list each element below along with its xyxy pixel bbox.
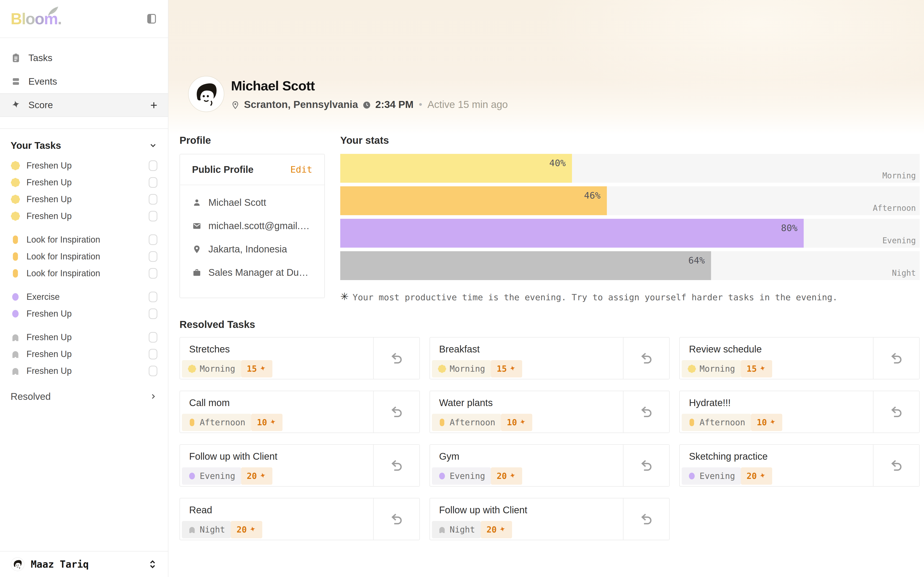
sidebar-task-item[interactable]: Freshen Up — [0, 157, 168, 174]
sidebar-task-item[interactable]: Freshen Up — [0, 363, 168, 379]
sidebar-task-item[interactable]: Exercise — [0, 288, 168, 305]
undo-resolve-button[interactable] — [623, 391, 669, 432]
evening-icon — [688, 472, 696, 480]
task-checkbox[interactable] — [149, 251, 157, 262]
morning-icon — [11, 178, 20, 187]
sparkle-icon — [769, 419, 777, 426]
undo-resolve-button[interactable] — [373, 391, 419, 432]
briefcase-icon — [192, 268, 202, 277]
task-label: Freshen Up — [26, 211, 142, 221]
sidebar-task-item[interactable]: Freshen Up — [0, 174, 168, 191]
stats-bar-category: Morning — [882, 171, 916, 180]
task-checkbox[interactable] — [149, 349, 157, 359]
profile-field-value: Sales Manager at Dunder… — [208, 267, 312, 278]
sparkle-icon — [259, 472, 267, 480]
sparkle-icon — [499, 526, 506, 533]
leaf-icon — [45, 3, 61, 19]
chevron-down-icon[interactable] — [149, 141, 157, 150]
points-badge: 15 — [741, 360, 772, 377]
task-checkbox[interactable] — [149, 234, 157, 245]
local-time: 2:34 PM — [375, 99, 414, 110]
period-badge: Night — [432, 521, 481, 538]
edit-profile-button[interactable]: Edit — [290, 164, 312, 175]
points-badge: 15 — [241, 360, 272, 377]
sidebar: Bloom. Tasks Events Score + Your Tasks F… — [0, 0, 168, 577]
sidebar-item-events[interactable]: Events — [0, 70, 168, 93]
task-checkbox[interactable] — [149, 194, 157, 205]
sidebar-task-item[interactable]: Look for Inspiration — [0, 231, 168, 248]
task-checkbox[interactable] — [149, 211, 157, 221]
task-group: Look for Inspiration Look for Inspiratio… — [0, 231, 168, 282]
undo-resolve-button[interactable] — [623, 498, 669, 540]
sidebar-item-resolved[interactable]: Resolved — [0, 388, 168, 405]
morning-icon — [11, 161, 20, 171]
profile-field: michael.scott@gmail.com — [192, 221, 312, 231]
resolved-task-card: Gym Evening 20 — [430, 444, 670, 487]
stats-chart: 40% Morning 46% Afternoon 80% Evening 64… — [340, 154, 920, 280]
period-badge: Afternoon — [682, 414, 751, 431]
undo-resolve-button[interactable] — [873, 391, 919, 432]
task-checkbox[interactable] — [149, 160, 157, 171]
undo-resolve-button[interactable] — [623, 445, 669, 486]
dot-separator: • — [418, 99, 423, 110]
undo-resolve-button[interactable] — [373, 445, 419, 486]
period-badge: Morning — [182, 360, 241, 377]
profile-field-value: michael.scott@gmail.com — [208, 221, 312, 231]
user-menu[interactable]: Maaz Tariq — [0, 551, 168, 577]
sidebar-item-score[interactable]: Score + — [0, 93, 168, 117]
sparkle-icon — [11, 100, 21, 110]
asterisk-icon: ✳ — [340, 291, 349, 302]
sidebar-task-item[interactable]: Freshen Up — [0, 346, 168, 363]
resolved-task-title: Sketching practice — [689, 451, 767, 462]
profile-card: Public Profile Edit Michael Scott michae… — [179, 154, 325, 298]
undo-resolve-button[interactable] — [623, 338, 669, 379]
night-icon — [11, 332, 20, 342]
task-checkbox[interactable] — [149, 268, 157, 279]
task-checkbox[interactable] — [149, 177, 157, 188]
chevron-up-down-icon — [148, 559, 157, 569]
task-checkbox[interactable] — [149, 366, 157, 376]
sidebar-task-item[interactable]: Look for Inspiration — [0, 248, 168, 265]
task-checkbox[interactable] — [149, 292, 157, 302]
points-badge: 20 — [481, 521, 512, 538]
resolved-task-card: Sketching practice Evening 20 — [679, 444, 920, 487]
period-badge: Morning — [432, 360, 491, 377]
afternoon-icon — [188, 418, 196, 427]
night-icon — [11, 366, 20, 376]
sidebar-toggle-icon[interactable] — [146, 12, 157, 25]
undo-resolve-button[interactable] — [373, 498, 419, 540]
clipboard-icon — [11, 53, 21, 63]
undo-resolve-button[interactable] — [873, 338, 919, 379]
sidebar-task-item[interactable]: Freshen Up — [0, 305, 168, 322]
add-score-button[interactable]: + — [150, 99, 157, 111]
resolved-task-card: Read Night 20 — [179, 498, 420, 540]
sidebar-task-item[interactable]: Look for Inspiration — [0, 265, 168, 282]
sidebar-task-item[interactable]: Freshen Up — [0, 329, 168, 346]
task-checkbox[interactable] — [149, 332, 157, 343]
resolved-task-title: Call mom — [189, 397, 230, 408]
morning-icon — [688, 364, 696, 373]
sparkle-icon — [259, 365, 267, 372]
page-title: Michael Scott — [231, 78, 508, 93]
undo-resolve-button[interactable] — [373, 338, 419, 379]
points-badge: 10 — [751, 414, 782, 431]
sidebar-task-item[interactable]: Freshen Up — [0, 191, 168, 208]
points-badge: 20 — [241, 467, 272, 485]
sidebar-item-tasks[interactable]: Tasks — [0, 46, 168, 70]
your-tasks-header[interactable]: Your Tasks — [0, 139, 168, 152]
sidebar-task-item[interactable]: Freshen Up — [0, 208, 168, 224]
sparkle-icon — [509, 365, 516, 372]
task-checkbox[interactable] — [149, 308, 157, 319]
bloom-logo: Bloom. — [11, 11, 61, 27]
undo-resolve-button[interactable] — [873, 445, 919, 486]
task-group: Exercise Freshen Up — [0, 288, 168, 322]
mail-icon — [192, 221, 202, 231]
afternoon-icon — [438, 418, 446, 427]
night-icon — [11, 349, 20, 359]
task-label: Freshen Up — [26, 309, 142, 319]
period-badge: Night — [182, 521, 231, 538]
resolved-task-title: Breakfast — [439, 344, 480, 355]
stats-tip-text: Your most productive time is the evening… — [352, 291, 838, 303]
points-badge: 20 — [741, 467, 772, 485]
afternoon-icon — [11, 252, 20, 261]
